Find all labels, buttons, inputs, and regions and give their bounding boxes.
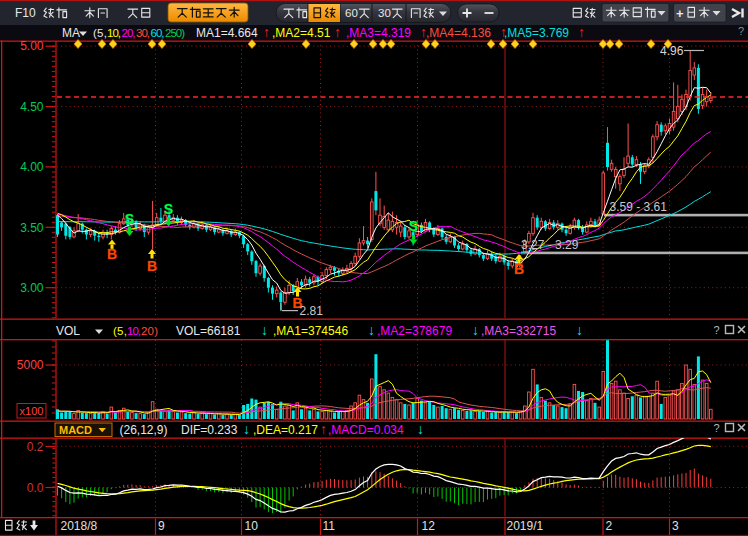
svg-text:↑: ↑ [263, 24, 270, 40]
svg-text:↓: ↓ [417, 421, 424, 437]
svg-text:↓: ↓ [576, 322, 583, 338]
svg-text:?: ? [738, 25, 744, 37]
svg-text:4.00: 4.00 [20, 160, 44, 174]
svg-text:30: 30 [378, 7, 391, 19]
svg-text:MACD: MACD [59, 424, 92, 436]
svg-text:,MA1=374546: ,MA1=374546 [273, 324, 348, 338]
svg-text:2019/1: 2019/1 [507, 519, 544, 533]
svg-text:+: + [676, 6, 684, 21]
svg-text:250): 250) [165, 27, 185, 39]
svg-text:3.00: 3.00 [20, 281, 44, 295]
svg-text:VOL=66181: VOL=66181 [176, 324, 241, 338]
svg-text:2.81: 2.81 [300, 304, 324, 318]
svg-text:0.2: 0.2 [27, 440, 44, 454]
svg-text:0.0: 0.0 [27, 481, 44, 495]
svg-text:VOL: VOL [56, 324, 80, 338]
svg-text:5.00: 5.00 [20, 39, 44, 53]
svg-text:,MA5=3.769: ,MA5=3.769 [504, 26, 569, 40]
svg-text:30,: 30, [136, 27, 150, 39]
svg-text:S: S [164, 201, 173, 217]
svg-text:S: S [125, 211, 134, 227]
svg-text:↓: ↓ [472, 322, 479, 338]
svg-text:9: 9 [158, 519, 165, 533]
svg-text:3.27 - 3.29: 3.27 - 3.29 [521, 238, 579, 252]
svg-text:?: ? [714, 422, 720, 434]
svg-text:↑: ↑ [578, 24, 585, 40]
svg-text:,MA2=4.51: ,MA2=4.51 [272, 26, 331, 40]
svg-text:?: ? [714, 324, 720, 336]
svg-text:↑: ↑ [320, 421, 327, 437]
svg-text:,MA4=4.136: ,MA4=4.136 [426, 26, 491, 40]
svg-text:60,: 60, [151, 27, 165, 39]
svg-text:MA: MA [62, 26, 80, 40]
svg-text:↑: ↑ [334, 24, 341, 40]
svg-text:(5,: (5, [93, 27, 107, 39]
svg-text:B: B [147, 258, 157, 274]
svg-text:S: S [409, 218, 418, 234]
svg-text:x100: x100 [20, 405, 44, 417]
svg-text:3: 3 [672, 519, 679, 533]
svg-text:3.59 - 3.61: 3.59 - 3.61 [610, 200, 668, 214]
svg-text:↓: ↓ [243, 421, 250, 437]
svg-text:↓: ↓ [261, 322, 268, 338]
svg-text:,DEA=0.217: ,DEA=0.217 [253, 423, 318, 437]
svg-text:,MA3=332715: ,MA3=332715 [481, 324, 556, 338]
svg-text:B: B [107, 246, 117, 262]
svg-text:DIF=0.233: DIF=0.233 [181, 423, 238, 437]
svg-text:(26,12,9): (26,12,9) [120, 423, 168, 437]
svg-text:F10: F10 [15, 6, 36, 20]
svg-text:10: 10 [245, 519, 259, 533]
svg-text:,MA2=378679: ,MA2=378679 [377, 324, 452, 338]
svg-text:5000: 5000 [17, 358, 44, 372]
svg-text:4.50: 4.50 [20, 100, 44, 114]
svg-text:MA1=4.664: MA1=4.664 [196, 26, 258, 40]
svg-text:,MACD=0.034: ,MACD=0.034 [328, 423, 404, 437]
svg-text:10,: 10, [127, 325, 141, 337]
svg-text:B: B [514, 261, 524, 277]
svg-text:60: 60 [345, 7, 358, 19]
svg-text:2: 2 [606, 519, 613, 533]
svg-text:10,: 10, [107, 27, 121, 39]
svg-text:11: 11 [323, 519, 336, 533]
svg-text:,MA3=4.319: ,MA3=4.319 [346, 26, 411, 40]
svg-text:20,: 20, [122, 27, 136, 39]
svg-text:2018/8: 2018/8 [61, 519, 98, 533]
svg-text:12: 12 [422, 519, 436, 533]
svg-text:4.96: 4.96 [660, 44, 684, 58]
svg-text:↓: ↓ [368, 322, 375, 338]
svg-text:3.50: 3.50 [20, 221, 44, 235]
svg-text:(5,: (5, [113, 325, 127, 337]
svg-text:20): 20) [141, 325, 158, 337]
